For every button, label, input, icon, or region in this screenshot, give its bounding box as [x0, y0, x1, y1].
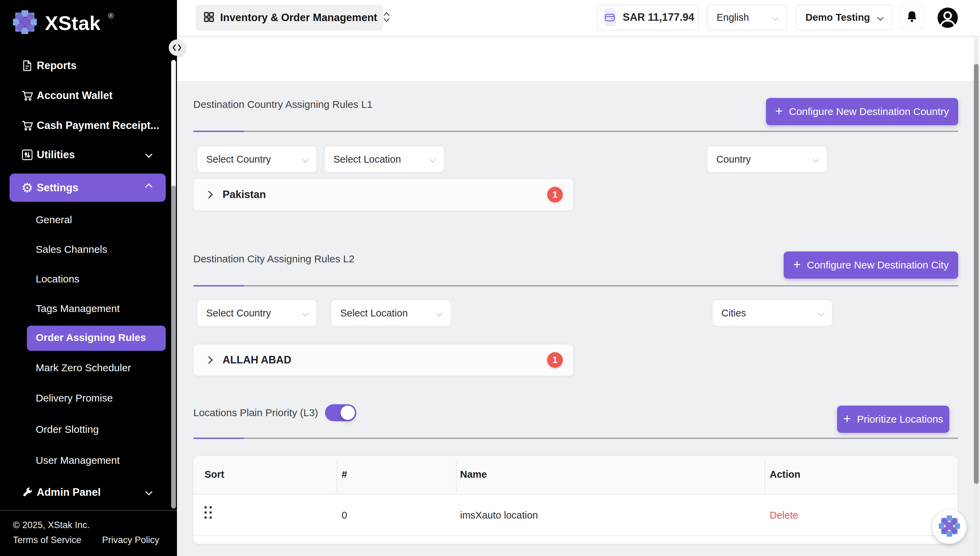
sidebar-item-locations[interactable]: Locations	[0, 270, 177, 289]
chevron-down-icon	[436, 310, 442, 316]
wrench-icon	[20, 486, 34, 499]
page-scrollbar-thumb[interactable]	[974, 64, 978, 484]
app-root: XStak ® Reports Account Wallet	[0, 0, 980, 556]
language-select[interactable]: English	[707, 4, 787, 31]
row-number-cell: 0	[342, 510, 347, 521]
app-grid-icon	[203, 11, 215, 24]
sidebar-item-admin-panel[interactable]: Admin Panel	[0, 482, 177, 503]
sidebar-item-label: Settings	[37, 182, 78, 194]
section-l3-divider	[193, 438, 958, 439]
wallet-balance-chip[interactable]: SAR 11,177.94	[597, 4, 699, 31]
l2-select-location[interactable]: Select Location	[331, 299, 451, 326]
chevron-down-icon	[146, 489, 152, 496]
chevron-up-icon	[146, 184, 152, 191]
column-header-sort: Sort	[205, 469, 224, 480]
configure-new-destination-city-button[interactable]: + Configure New Destination City	[784, 251, 958, 279]
l1-select-location[interactable]: Select Location	[324, 145, 444, 173]
sidebar-item-order-slotting[interactable]: Order Slotting	[0, 420, 177, 439]
chevron-right-icon	[205, 191, 213, 199]
sidebar-item-utilities[interactable]: Utilities	[0, 145, 177, 165]
chevron-updown-icon	[383, 11, 390, 24]
brand[interactable]: XStak ®	[12, 10, 114, 36]
cart-icon	[20, 119, 34, 133]
bell-icon	[906, 10, 918, 24]
sidebar-item-reports[interactable]: Reports	[0, 55, 177, 76]
table-header-row: Sort # Name Action	[193, 456, 957, 495]
sidebar-item-general[interactable]: General	[0, 210, 177, 230]
l2-cities-filter-select[interactable]: Cities	[712, 299, 833, 326]
module-selector[interactable]: Inventory & Order Management	[196, 5, 383, 31]
cart-icon	[20, 89, 34, 102]
terms-of-service-link[interactable]: Terms of Service	[13, 535, 81, 545]
language-value: English	[717, 12, 749, 23]
l2-rule-row-allah-abad[interactable]: ALLAH ABAD 1	[193, 344, 574, 377]
column-header-name: Name	[460, 469, 487, 480]
section-l3-label: Locations Plain Priority (L3)	[193, 407, 318, 419]
registered-mark: ®	[108, 11, 114, 20]
sidebar-item-label: Account Wallet	[37, 89, 113, 102]
l2-select-country[interactable]: Select Country	[197, 299, 317, 326]
notifications-button[interactable]	[899, 5, 925, 30]
title-band: Order Assigning Rules	[177, 37, 980, 81]
sidebar-item-user-management[interactable]: User Management	[0, 451, 177, 470]
sidebar-item-label: Reports	[37, 60, 77, 72]
brand-name: XStak	[45, 11, 101, 34]
chevron-down-icon	[302, 310, 308, 316]
toggle-knob	[341, 406, 355, 420]
sidebar-item-mark-zero-scheduler[interactable]: Mark Zero Scheduler	[0, 358, 177, 377]
prioritize-locations-button[interactable]: + Prioritize Locations	[837, 406, 949, 433]
column-separator	[456, 461, 457, 492]
row-name-cell: imsXauto location	[460, 510, 538, 521]
sidebar-item-sales-channels[interactable]: Sales Channels	[0, 240, 177, 259]
sidebar-collapse-button[interactable]	[169, 39, 185, 56]
xstak-star-icon	[938, 515, 961, 539]
sidebar-item-settings[interactable]: ⚙ Settings	[10, 173, 166, 202]
delete-link[interactable]: Delete	[770, 510, 798, 521]
sidebar: XStak ® Reports Account Wallet	[0, 0, 177, 556]
document-icon	[20, 59, 34, 73]
chevron-down-icon	[146, 152, 152, 158]
l1-select-country[interactable]: Select Country	[197, 145, 317, 173]
drag-handle-icon[interactable]	[205, 506, 213, 521]
section-l2-divider	[193, 285, 958, 286]
column-header-action: Action	[770, 469, 800, 480]
sidebar-item-label: Admin Panel	[37, 486, 101, 498]
rule-count-badge: 1	[547, 187, 563, 202]
l1-country-filter-select[interactable]: Country	[707, 145, 828, 173]
sidebar-item-cash-payment-receipt[interactable]: Cash Payment Receipt...	[0, 115, 177, 136]
sidebar-footer-divider	[0, 510, 177, 511]
sidebar-item-label: Cash Payment Receipt...	[37, 120, 159, 132]
gear-icon: ⚙	[20, 181, 34, 195]
chevron-down-icon	[302, 156, 308, 162]
sidebar-scrollbar-thumb[interactable]	[171, 186, 176, 508]
tenant-value: Demo Testing	[806, 12, 870, 23]
user-avatar[interactable]	[938, 8, 958, 28]
sidebar-item-tags-management[interactable]: Tags Management	[0, 299, 177, 318]
plus-icon: +	[843, 412, 851, 425]
sidebar-item-delivery-promise[interactable]: Delivery Promise	[0, 389, 177, 407]
locations-priority-table: Sort # Name Action 0 imsXauto location D…	[193, 456, 957, 544]
chevron-down-icon	[877, 14, 883, 20]
wallet-balance-value: SAR 11,177.94	[623, 11, 694, 23]
xstak-logo-icon	[12, 10, 37, 36]
chevron-down-icon	[429, 156, 436, 162]
chevron-down-icon	[812, 156, 819, 162]
privacy-policy-link[interactable]: Privacy Policy	[102, 535, 159, 545]
section-l2-label: Destination City Assigning Rules L2	[193, 253, 355, 265]
content-area: Destination Country Assigning Rules L1 +…	[177, 81, 980, 556]
copyright-text: © 2025, XStak Inc.	[13, 520, 90, 530]
column-separator	[337, 461, 337, 492]
configure-new-destination-country-button[interactable]: + Configure New Destination Country	[766, 98, 958, 125]
l1-rule-row-pakistan[interactable]: Pakistan 1	[193, 178, 574, 211]
tenant-select[interactable]: Demo Testing	[796, 4, 892, 31]
sidebar-item-account-wallet[interactable]: Account Wallet	[0, 86, 177, 106]
top-navbar: Inventory & Order Management SAR 11,177.…	[177, 0, 980, 36]
module-selector-label: Inventory & Order Management	[220, 11, 377, 24]
sidebar-item-order-assigning-rules[interactable]: Order Assigning Rules	[27, 326, 166, 351]
l3-priority-toggle[interactable]	[325, 404, 356, 421]
chevron-down-icon	[772, 14, 778, 20]
column-separator	[765, 461, 765, 492]
plus-icon: +	[775, 105, 783, 117]
rule-count-badge: 1	[547, 352, 563, 368]
chat-widget-button[interactable]	[932, 510, 966, 544]
